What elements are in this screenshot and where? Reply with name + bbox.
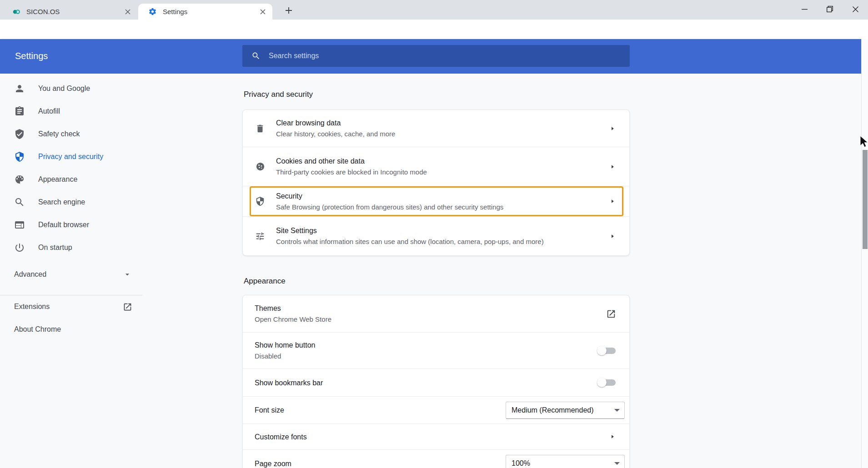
- row-subtitle: Safe Browsing (protection from dangerous…: [276, 202, 503, 212]
- appearance-card: Themes Open Chrome Web Store Show home b…: [242, 295, 630, 468]
- sidebar-item-label: On startup: [38, 244, 72, 252]
- new-tab-button[interactable]: [282, 4, 295, 17]
- show-home-button-row: Show home button Disabled: [243, 332, 629, 368]
- chevron-down-icon: [123, 270, 132, 279]
- gear-favicon-icon: [148, 7, 157, 16]
- privacy-card: Clear browsing data Clear history, cooki…: [242, 110, 630, 256]
- settings-search-input[interactable]: [268, 51, 561, 60]
- trash-icon: [255, 124, 266, 134]
- sidebar-item-label: Appearance: [38, 175, 77, 184]
- chevron-down-icon: [614, 462, 620, 465]
- row-title: Page zoom: [255, 458, 291, 468]
- sidebar-advanced-toggle[interactable]: Advanced: [0, 263, 142, 286]
- cookie-icon: [255, 161, 266, 172]
- sidebar-item-safety-check[interactable]: Safety check: [0, 123, 142, 145]
- sidebar-item-label: Search engine: [38, 198, 85, 206]
- sidebar-item-on-startup[interactable]: On startup: [0, 236, 142, 259]
- mouse-cursor: [860, 135, 868, 148]
- external-link-icon: [606, 309, 616, 319]
- settings-sidebar: You and Google Autofill Safety check Pri…: [0, 77, 142, 341]
- settings-header: Settings: [0, 39, 861, 74]
- toggle-knob: [597, 346, 607, 355]
- tab-close-icon[interactable]: [124, 8, 132, 16]
- page-title: Settings: [15, 51, 48, 61]
- row-title: Customize fonts: [255, 432, 307, 442]
- font-size-select[interactable]: Medium (Recommended): [506, 402, 625, 419]
- row-title: Clear browsing data: [276, 118, 395, 128]
- browser-toolbar: Chrome | chrome://settings/privacy S: [0, 20, 868, 39]
- toggle-knob: [597, 378, 607, 387]
- page-scrollbar[interactable]: [861, 39, 868, 468]
- row-subtitle: Open Chrome Web Store: [255, 314, 331, 324]
- browser-window-icon: [14, 219, 25, 230]
- sidebar-item-label: Privacy and security: [38, 153, 103, 161]
- chevron-down-icon: [614, 409, 620, 412]
- close-window-button[interactable]: [843, 0, 868, 18]
- show-home-button-toggle[interactable]: [598, 348, 616, 354]
- shield-check-icon: [14, 129, 25, 139]
- font-size-row: Font size Medium (Recommended): [243, 396, 629, 423]
- show-bookmarks-bar-toggle[interactable]: [598, 379, 616, 386]
- sidebar-item-privacy-and-security[interactable]: Privacy and security: [0, 145, 142, 168]
- extensions-label: Extensions: [14, 303, 50, 311]
- row-title: Site Settings: [276, 225, 544, 236]
- tab-settings[interactable]: Settings: [138, 4, 272, 20]
- sidebar-item-label: Safety check: [38, 130, 80, 138]
- tab-strip: SICON.OS Settings: [0, 0, 868, 20]
- security-row[interactable]: Security Safe Browsing (protection from …: [243, 186, 629, 216]
- power-icon: [14, 242, 25, 253]
- minimize-button[interactable]: [792, 0, 817, 18]
- sidebar-item-search-engine[interactable]: Search engine: [0, 191, 142, 214]
- page-zoom-select[interactable]: 100%: [506, 455, 625, 468]
- row-title: Themes: [255, 303, 331, 314]
- chevron-right-icon: [609, 433, 616, 440]
- page-zoom-row: Page zoom 100%: [243, 449, 629, 468]
- row-title: Security: [276, 191, 503, 201]
- select-value: 100%: [512, 459, 530, 468]
- external-link-icon: [123, 302, 132, 312]
- magnifier-icon: [14, 197, 25, 208]
- restore-button[interactable]: [817, 0, 843, 18]
- clear-browsing-data-row[interactable]: Clear browsing data Clear history, cooki…: [243, 110, 629, 147]
- row-title: Show bookmarks bar: [255, 378, 323, 388]
- row-title: Font size: [255, 405, 284, 415]
- show-bookmarks-bar-row: Show bookmarks bar: [243, 368, 629, 396]
- tab-title: Settings: [163, 8, 259, 15]
- sidebar-item-autofill[interactable]: Autofill: [0, 100, 142, 123]
- row-subtitle: Third-party cookies are blocked in Incog…: [276, 167, 427, 177]
- customize-fonts-row[interactable]: Customize fonts: [243, 423, 629, 449]
- cookies-row[interactable]: Cookies and other site data Third-party …: [243, 147, 629, 186]
- row-subtitle: Disabled: [255, 351, 315, 361]
- themes-row[interactable]: Themes Open Chrome Web Store: [243, 295, 629, 332]
- tab-sicon-os[interactable]: SICON.OS: [5, 4, 137, 20]
- select-value: Medium (Recommended): [512, 406, 594, 414]
- sidebar-item-extensions[interactable]: Extensions: [0, 295, 142, 318]
- appearance-section-heading: Appearance: [244, 276, 286, 287]
- tune-icon: [255, 231, 266, 241]
- search-icon: [251, 51, 261, 60]
- sidebar-item-label: Autofill: [38, 107, 60, 115]
- chevron-right-icon: [609, 163, 616, 170]
- chevron-right-icon: [609, 233, 616, 240]
- advanced-label: Advanced: [14, 270, 46, 279]
- tab-title: SICON.OS: [26, 8, 124, 15]
- shield-half-icon: [255, 196, 266, 206]
- security-shield-icon: [14, 151, 25, 162]
- chevron-right-icon: [609, 198, 616, 205]
- tab-close-icon[interactable]: [259, 8, 267, 16]
- privacy-section-heading: Privacy and security: [244, 89, 313, 100]
- settings-content: Privacy and security Clear browsing data…: [242, 74, 630, 468]
- chevron-right-icon: [609, 125, 616, 132]
- site-settings-row[interactable]: Site Settings Controls what information …: [243, 216, 629, 255]
- row-subtitle: Clear history, cookies, cache, and more: [276, 129, 395, 139]
- sidebar-item-about-chrome[interactable]: About Chrome: [0, 318, 142, 341]
- settings-page: You and Google Autofill Safety check Pri…: [0, 74, 861, 468]
- row-subtitle: Controls what information sites can use …: [276, 237, 544, 247]
- sidebar-item-default-browser[interactable]: Default browser: [0, 214, 142, 236]
- scrollbar-thumb[interactable]: [863, 150, 868, 249]
- sidebar-item-you-and-google[interactable]: You and Google: [0, 77, 142, 100]
- sidebar-item-appearance[interactable]: Appearance: [0, 168, 142, 191]
- sicon-favicon-icon: [12, 7, 21, 16]
- settings-search-box[interactable]: [242, 45, 630, 67]
- palette-icon: [14, 174, 25, 185]
